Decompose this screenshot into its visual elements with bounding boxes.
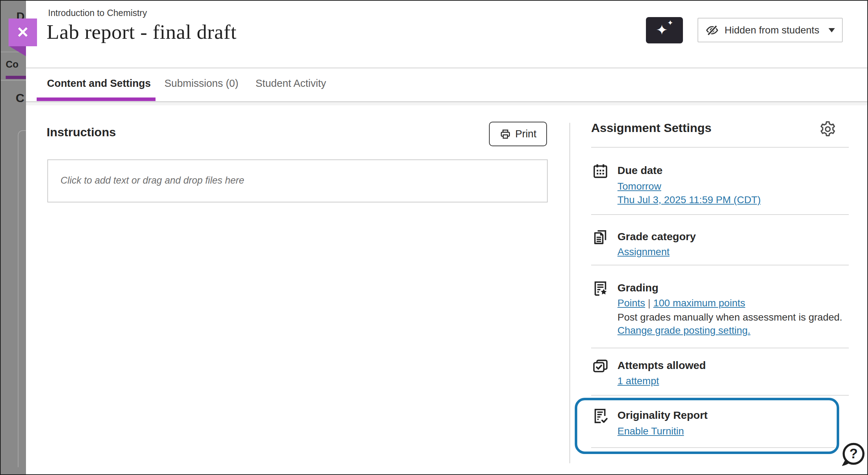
background-heading-fragment: C xyxy=(16,91,25,105)
section-divider xyxy=(591,214,849,215)
background-card-edge xyxy=(18,130,27,467)
grading-type-link[interactable]: Points xyxy=(617,297,645,308)
question-mark-glyph: ? xyxy=(849,446,858,461)
section-divider xyxy=(591,265,849,265)
grading-summary: Points | 100 maximum points xyxy=(617,297,745,309)
breadcrumb: Introduction to Chemistry xyxy=(48,8,147,18)
background-tab-underline xyxy=(6,76,26,79)
tab-content-and-settings[interactable]: Content and Settings xyxy=(47,78,151,89)
screen: D Co C × Introduction to Chemistry Lab r… xyxy=(0,0,868,475)
page-title: Lab report - final draft xyxy=(47,20,237,44)
enable-turnitin-link[interactable]: Enable Turnitin xyxy=(617,426,684,437)
originality-title: Originality Report xyxy=(617,409,707,421)
settings-heading: Assignment Settings xyxy=(591,121,711,135)
change-grade-posting-link[interactable]: Change grade posting setting. xyxy=(617,325,751,336)
panel-divider xyxy=(569,123,570,463)
grade-category-link[interactable]: Assignment xyxy=(617,246,669,258)
visibility-label: Hidden from students xyxy=(725,25,819,36)
header-divider xyxy=(26,68,867,68)
section-divider xyxy=(591,348,849,348)
close-icon: × xyxy=(17,22,28,41)
document-check-icon xyxy=(592,408,609,424)
grade-posting-text: Post grades manually when assessment is … xyxy=(617,311,859,337)
ai-assistant-button[interactable]: ✦ ✦ xyxy=(646,17,683,43)
instructions-heading: Instructions xyxy=(47,125,116,139)
close-button-fold xyxy=(9,46,26,56)
gear-icon[interactable] xyxy=(819,120,837,139)
sparkle-icon-small: ✦ xyxy=(667,19,673,26)
grading-title: Grading xyxy=(617,282,658,294)
grade-category-title: Grade category xyxy=(617,231,696,243)
visibility-dropdown[interactable]: Hidden from students xyxy=(698,18,843,42)
tab-student-activity[interactable]: Student Activity xyxy=(256,78,326,89)
editor-placeholder: Click to add text or drag and drop files… xyxy=(61,175,244,186)
due-date-relative-link[interactable]: Tomorrow xyxy=(617,181,661,192)
background-divider xyxy=(1,80,26,81)
document-star-icon xyxy=(592,280,609,297)
calendar-icon xyxy=(592,163,609,179)
background-tab-fragment: Co xyxy=(6,59,19,70)
attempts-check-icon xyxy=(592,358,609,374)
pipe-separator: | xyxy=(648,297,651,308)
print-button[interactable]: Print xyxy=(489,122,547,146)
max-points-link[interactable]: 100 maximum points xyxy=(653,297,745,308)
settings-divider xyxy=(591,147,849,148)
grade-posting-description: Post grades manually when assessment is … xyxy=(617,312,842,323)
close-button[interactable]: × xyxy=(9,19,37,46)
printer-icon xyxy=(500,128,511,140)
tabbar-shadow xyxy=(26,102,867,105)
section-divider xyxy=(591,395,849,396)
print-label: Print xyxy=(515,128,537,140)
section-divider xyxy=(591,447,835,448)
attempts-link[interactable]: 1 attempt xyxy=(617,375,659,387)
document-icon xyxy=(592,229,609,246)
attempts-title: Attempts allowed xyxy=(617,359,706,371)
tab-submissions[interactable]: Submissions (0) xyxy=(164,78,238,89)
due-date-datetime-link[interactable]: Thu Jul 3, 2025 11:59 PM (CDT) xyxy=(617,194,761,206)
active-tab-indicator xyxy=(37,97,156,101)
due-date-title: Due date xyxy=(617,164,663,176)
help-button[interactable]: ? xyxy=(840,441,866,468)
eye-slash-icon xyxy=(705,23,719,37)
originality-highlight-box xyxy=(575,398,839,454)
chevron-down-icon xyxy=(828,28,835,32)
sparkle-icon: ✦ xyxy=(656,23,668,37)
